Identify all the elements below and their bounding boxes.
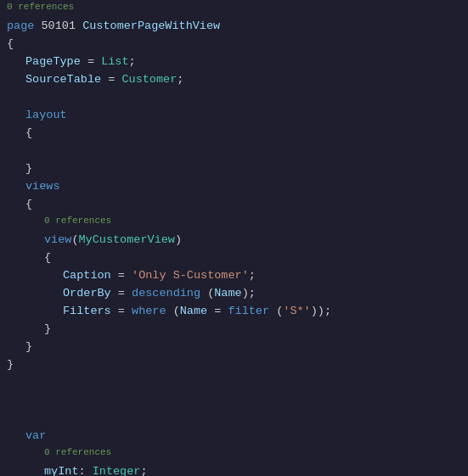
token: ( xyxy=(200,285,214,303)
code-line: SourceTable = Customer; xyxy=(0,71,468,89)
code-line: } xyxy=(0,321,468,339)
token: Name xyxy=(214,285,241,303)
token: = xyxy=(111,303,132,321)
token: ); xyxy=(242,285,256,303)
code-line: Caption = 'Only S-Customer'; xyxy=(0,267,468,285)
code-line xyxy=(0,374,468,392)
code-line: 0 references xyxy=(0,0,468,18)
token: Customer xyxy=(121,71,177,89)
code-line xyxy=(0,410,468,428)
token: { xyxy=(44,249,51,267)
token: 0 references xyxy=(44,214,111,228)
token: Caption xyxy=(63,267,111,285)
token: ( xyxy=(166,303,180,321)
token: ; xyxy=(177,71,183,89)
code-line: } xyxy=(0,339,468,356)
token: } xyxy=(7,356,14,374)
token: ( xyxy=(269,303,283,321)
code-line xyxy=(0,143,468,160)
code-content: 0 referencespage 50101 CustomerPageWithV… xyxy=(0,0,468,476)
token: var xyxy=(25,428,46,445)
token: = xyxy=(111,267,132,285)
token: )); xyxy=(311,303,331,321)
code-line: layout xyxy=(0,107,468,125)
code-line: Filters = where (Name = filter ('S*')); xyxy=(0,303,468,321)
token: ) xyxy=(175,232,182,249)
token: SourceTable xyxy=(25,71,101,89)
code-line: } xyxy=(0,160,468,178)
token: 'S*' xyxy=(283,303,310,321)
token: ; xyxy=(140,463,147,476)
code-line: 0 references xyxy=(0,214,468,232)
token: filter xyxy=(228,303,269,321)
code-line: view(MyCustomerView) xyxy=(0,232,468,249)
token: = xyxy=(101,71,121,89)
token: } xyxy=(44,321,51,339)
code-line: OrderBy = descending (Name); xyxy=(0,285,468,303)
token: 0 references xyxy=(44,445,111,460)
token: view xyxy=(44,232,71,249)
token: layout xyxy=(25,107,67,125)
token: { xyxy=(25,125,32,143)
code-line: var xyxy=(0,428,468,445)
token: Integer xyxy=(93,463,141,476)
code-line: { xyxy=(0,36,468,53)
token: page xyxy=(7,18,34,36)
token: = xyxy=(111,285,132,303)
token: ; xyxy=(249,267,256,285)
code-line: } xyxy=(0,356,468,374)
code-line: PageType = List; xyxy=(0,53,468,71)
token: = xyxy=(207,303,228,321)
code-editor: 0 referencespage 50101 CustomerPageWithV… xyxy=(0,0,468,476)
token: } xyxy=(25,339,32,356)
code-line: { xyxy=(0,249,468,267)
token: 'Only S-Customer' xyxy=(132,267,249,285)
token: List xyxy=(101,53,128,71)
token: views xyxy=(25,178,60,196)
code-line: myInt: Integer; xyxy=(0,463,468,476)
token: Filters xyxy=(63,303,111,321)
token: 50101 xyxy=(34,18,82,36)
token: = xyxy=(81,53,101,71)
token: : xyxy=(79,463,93,476)
code-line: { xyxy=(0,125,468,143)
code-line: { xyxy=(0,196,468,214)
token: OrderBy xyxy=(63,285,111,303)
code-line: views xyxy=(0,178,468,196)
token: ( xyxy=(71,232,78,249)
token: Name xyxy=(180,303,207,321)
token: } xyxy=(25,160,32,178)
token: CustomerPageWithView xyxy=(82,18,220,36)
code-line xyxy=(0,392,468,410)
token: ; xyxy=(129,53,136,71)
code-line xyxy=(0,89,468,107)
token: { xyxy=(25,196,32,214)
token: { xyxy=(7,36,14,53)
token: 0 references xyxy=(7,0,74,14)
token: where xyxy=(132,303,166,321)
token: PageType xyxy=(25,53,81,71)
token: MyCustomerView xyxy=(79,232,175,249)
code-line: page 50101 CustomerPageWithView xyxy=(0,18,468,36)
code-line: 0 references xyxy=(0,445,468,463)
token: myInt xyxy=(44,463,79,476)
token: descending xyxy=(132,285,200,303)
